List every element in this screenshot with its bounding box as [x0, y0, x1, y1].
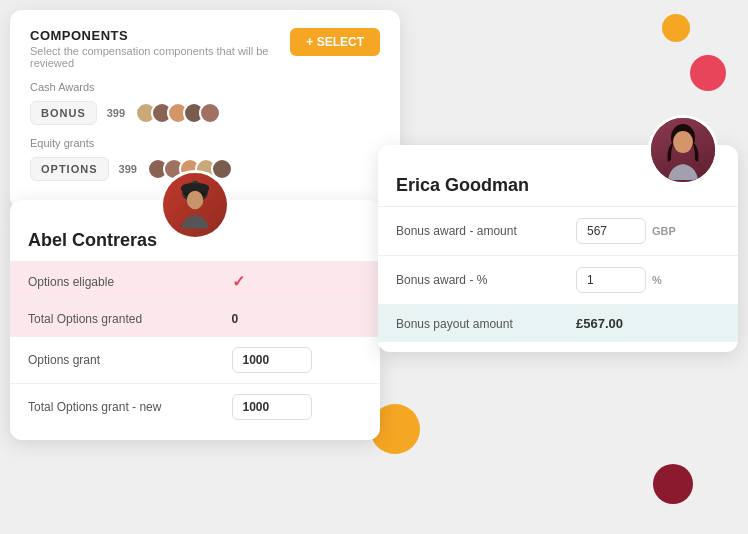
options-count: 399	[119, 163, 137, 175]
abel-label-total-granted: Total Options granted	[10, 302, 214, 337]
erica-row-bonus-amount: Bonus award - amount 567 GBP	[378, 207, 738, 256]
abel-options-grant-input[interactable]: 1000	[232, 347, 312, 373]
erica-value-bonus-amount: 567 GBP	[558, 207, 738, 256]
equity-section-label: Equity grants	[30, 137, 380, 149]
cash-section-label: Cash Awards	[30, 81, 380, 93]
page-wrapper: COMPONENTS Select the compensation compo…	[0, 0, 748, 534]
erica-avatar	[648, 115, 718, 185]
abel-value-total-new: 1000	[214, 384, 381, 431]
bonus-avatar-stack	[135, 102, 221, 124]
components-subtitle: Select the compensation components that …	[30, 45, 290, 69]
abel-row-total-new: Total Options grant - new 1000	[10, 384, 380, 431]
erica-value-bonus-pct: 1 %	[558, 256, 738, 305]
bonus-row: BONUS 399	[30, 101, 380, 125]
abel-value-options-grant: 1000	[214, 337, 381, 384]
erica-card: Erica Goodman Bonus award - amount 567 G…	[378, 145, 738, 352]
components-header-text: COMPONENTS Select the compensation compo…	[30, 28, 290, 69]
select-button[interactable]: + SELECT	[290, 28, 380, 56]
abel-total-new-input[interactable]: 1000	[232, 394, 312, 420]
erica-pct-label: %	[652, 274, 662, 286]
abel-row-options-grant: Options grant 1000	[10, 337, 380, 384]
components-title: COMPONENTS	[30, 28, 290, 43]
abel-row-options-eligible: Options eligable ✓	[10, 262, 380, 302]
components-header: COMPONENTS Select the compensation compo…	[30, 28, 380, 69]
erica-currency-gup: GBP	[652, 225, 676, 237]
erica-label-bonus-amount: Bonus award - amount	[378, 207, 558, 256]
abel-label-total-new: Total Options grant - new	[10, 384, 214, 431]
abel-card: Abel Contreras Options eligable ✓ Total …	[10, 200, 380, 440]
avatar-5	[199, 102, 221, 124]
erica-table: Bonus award - amount 567 GBP Bonus award…	[378, 206, 738, 342]
bonus-count: 399	[107, 107, 125, 119]
bonus-tag: BONUS	[30, 101, 97, 125]
erica-label-payout: Bonus payout amount	[378, 305, 558, 343]
abel-avatar	[160, 170, 230, 240]
check-icon: ✓	[232, 273, 245, 290]
abel-person-svg	[168, 178, 223, 233]
abel-table: Options eligable ✓ Total Options granted…	[10, 261, 380, 430]
erica-bonus-amount-input[interactable]: 567	[576, 218, 646, 244]
abel-label-options-grant: Options grant	[10, 337, 214, 384]
erica-payout-value: £567.00	[576, 316, 623, 331]
abel-row-total-granted: Total Options granted 0	[10, 302, 380, 337]
erica-value-payout: £567.00	[558, 305, 738, 343]
svg-point-3	[186, 190, 203, 208]
erica-label-bonus-pct: Bonus award - %	[378, 256, 558, 305]
erica-bonus-pct-input[interactable]: 1	[576, 267, 646, 293]
erica-avatar-inner	[651, 118, 715, 182]
abel-value-total-granted: 0	[214, 302, 381, 337]
abel-label-options-eligible: Options eligable	[10, 262, 214, 302]
svg-point-5	[673, 131, 693, 153]
erica-row-payout: Bonus payout amount £567.00	[378, 305, 738, 343]
abel-value-options-eligible: ✓	[214, 262, 381, 302]
deco-circle-red-right	[690, 55, 726, 91]
deco-circle-orange-top	[662, 14, 690, 42]
deco-circle-dark-red-bottom	[653, 464, 693, 504]
erica-bonus-amount-wrap: 567 GBP	[576, 218, 720, 244]
erica-row-bonus-pct: Bonus award - % 1 %	[378, 256, 738, 305]
abel-avatar-img	[163, 173, 227, 237]
erica-bonus-pct-wrap: 1 %	[576, 267, 720, 293]
erica-person-svg	[658, 122, 708, 182]
options-tag: OPTIONS	[30, 157, 109, 181]
